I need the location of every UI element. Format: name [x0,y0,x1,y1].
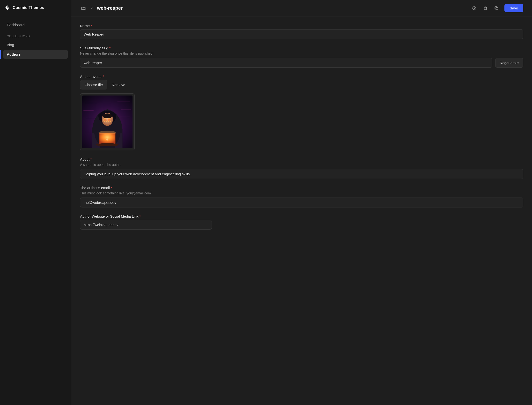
field-name: Name* [80,24,523,39]
svg-point-13 [108,119,111,121]
email-hint: This must look something like `you@email… [80,191,523,195]
required-marker: * [109,46,111,50]
required-marker: * [140,214,141,218]
svg-point-12 [104,119,106,121]
required-marker: * [111,186,112,190]
file-name: web-reaper [97,5,123,11]
copy-icon[interactable] [493,5,500,11]
trash-icon[interactable] [482,5,488,11]
svg-point-16 [106,139,108,140]
brand: Cosmic Themes [3,5,68,11]
history-icon[interactable] [471,5,477,11]
field-slug: SEO-friendly slug* Never change the slug… [80,46,523,68]
svg-point-18 [99,131,116,135]
field-email: The author's email* This must look somet… [80,186,523,207]
svg-rect-0 [496,7,498,10]
name-input[interactable] [80,29,523,39]
main: web-reaper Save [71,0,532,405]
field-avatar: Author avatar* Choose file Remove [80,74,523,150]
save-button[interactable]: Save [504,4,523,12]
slug-input[interactable] [80,58,492,68]
brand-name: Cosmic Themes [13,5,44,10]
slug-hint: Never change the slug once this file is … [80,52,523,55]
remove-file-button[interactable]: Remove [112,83,125,87]
avatar-label: Author avatar* [80,74,523,79]
chevron-right-icon [90,6,94,10]
choose-file-button[interactable]: Choose file [80,80,107,89]
avatar-preview [80,93,135,150]
email-label: The author's email* [80,186,523,190]
required-marker: * [103,74,104,79]
topbar-actions: Save [471,4,523,12]
slug-label: SEO-friendly slug* [80,46,523,50]
content: Name* SEO-friendly slug* Never change th… [71,16,532,405]
field-link: Author Website or Social Media Link* [80,214,523,230]
email-input[interactable] [80,198,523,207]
name-label: Name* [80,24,523,28]
nav-dashboard[interactable]: Dashboard [3,20,68,29]
required-marker: * [90,157,92,161]
sidebar: Cosmic Themes Dashboard COLLECTIONS Blog… [0,0,71,405]
nav-section-collections: COLLECTIONS [3,30,68,40]
svg-point-17 [96,143,119,146]
about-hint: A short bio about the author [80,163,523,167]
logo-icon [4,5,10,11]
link-input[interactable] [80,220,212,230]
avatar-image [82,96,133,148]
nav-item-authors[interactable]: Authors [3,50,68,59]
about-label: About* [80,157,523,161]
topbar: web-reaper Save [71,0,532,16]
breadcrumb: web-reaper [80,5,123,12]
about-input[interactable] [80,169,523,179]
required-marker: * [91,24,92,28]
folder-icon[interactable] [80,5,87,12]
nav-item-blog[interactable]: Blog [3,40,68,49]
regenerate-button[interactable]: Regenerate [495,58,523,68]
link-label: Author Website or Social Media Link* [80,214,523,218]
field-about: About* A short bio about the author [80,157,523,179]
